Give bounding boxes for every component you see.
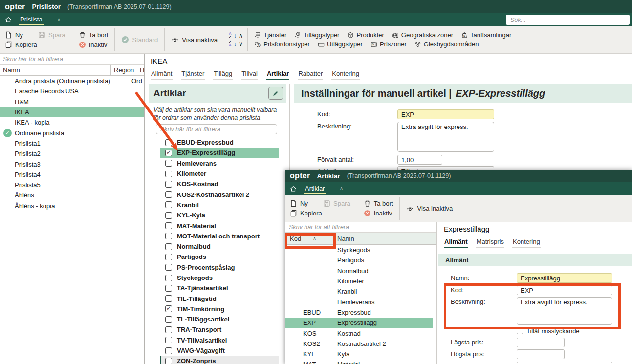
- article-checkbox-row[interactable]: TIM-Timkörning: [160, 304, 279, 314]
- checkbox-icon[interactable]: [165, 139, 172, 146]
- column-header-namn[interactable]: Namn: [0, 66, 110, 74]
- show-inactive-button[interactable]: Visa inaktiva: [170, 35, 218, 44]
- link-glesbygdsomraden[interactable]: Glesbygdsområden: [414, 41, 479, 48]
- kod-input[interactable]: [517, 285, 612, 295]
- beskrivning-textarea[interactable]: Extra avgift för express.: [517, 297, 612, 325]
- pricelist-row[interactable]: H&M: [0, 97, 144, 107]
- checkbox-icon[interactable]: [165, 295, 172, 302]
- article-checkbox-row[interactable]: TRA-Transport: [160, 324, 279, 335]
- article-checkbox-row[interactable]: KOS-Kostnad: [160, 179, 279, 189]
- new-button[interactable]: Ny: [289, 199, 320, 208]
- article-row[interactable]: MATMaterial: [285, 359, 436, 364]
- article-checkbox-row[interactable]: Kranbil: [160, 200, 279, 210]
- standard-button[interactable]: Standard: [120, 35, 159, 44]
- article-row[interactable]: Styckegods: [285, 245, 436, 255]
- pricelist-row[interactable]: Åhléns: [0, 190, 144, 200]
- kod-input[interactable]: [397, 109, 494, 119]
- link-tjanster[interactable]: Tjänster: [254, 31, 286, 39]
- article-row[interactable]: Partigods: [285, 255, 436, 265]
- tab-tjanster[interactable]: Tjänster: [181, 70, 205, 80]
- article-checkbox-row[interactable]: Normalbud: [160, 241, 279, 252]
- sort-asc-icon[interactable]: AZ↓∧: [229, 32, 243, 39]
- sort-desc-icon[interactable]: ZA↓∨: [229, 40, 243, 47]
- article-row-selected[interactable]: EXPExpresstillägg: [285, 318, 433, 328]
- new-button[interactable]: Ny: [4, 31, 35, 39]
- tab-artiklar[interactable]: Artiklar: [266, 70, 290, 80]
- tab-matrispris[interactable]: Matrispris: [476, 238, 504, 248]
- checkbox-icon[interactable]: [165, 337, 172, 343]
- checkbox-icon[interactable]: [165, 254, 172, 260]
- edit-button[interactable]: [268, 87, 283, 100]
- pricelist-row[interactable]: ✓Ordinarie prislista: [0, 128, 144, 138]
- pricelist-filter-input[interactable]: [3, 56, 144, 63]
- article-checkbox-row[interactable]: Partigods: [160, 252, 279, 262]
- pricelist-row[interactable]: Earache Records USA: [0, 86, 144, 96]
- checkbox-icon[interactable]: [165, 160, 172, 167]
- lagsta-pris-input[interactable]: [517, 338, 565, 347]
- article-row[interactable]: KOSKostnad: [285, 328, 436, 338]
- article-row[interactable]: KOS2Kostnadsartikel 2: [285, 339, 436, 349]
- search-input[interactable]: [506, 15, 630, 25]
- checkbox-icon[interactable]: [165, 358, 172, 364]
- article-checkbox-row[interactable]: EBUD-Expressbud: [160, 137, 279, 148]
- article-checkbox-row[interactable]: PS-Procentspåslag: [160, 262, 279, 273]
- pricelist-row[interactable]: IKEA - kopia: [0, 117, 144, 128]
- checkbox-icon[interactable]: [165, 233, 172, 239]
- pricelist-row[interactable]: Prislista2: [0, 149, 144, 159]
- article-row[interactable]: KYLKyla: [285, 349, 436, 359]
- delete-button[interactable]: Ta bort: [363, 199, 394, 208]
- pricelist-row-selected[interactable]: IKEA: [0, 107, 144, 117]
- copy-button[interactable]: Kopiera: [4, 41, 35, 49]
- article-checkbox-row[interactable]: KOS2-Kostnadsartikel 2: [160, 189, 279, 199]
- pricelist-row[interactable]: Prislista4: [0, 170, 144, 180]
- pricelist-row[interactable]: Prislista1: [0, 138, 144, 149]
- link-tariffsamlingar[interactable]: $Tariffsamlingar: [461, 31, 511, 39]
- article-checkbox-row[interactable]: TA-Tjänsteartikel: [160, 283, 279, 293]
- hogsta-pris-input[interactable]: [517, 349, 565, 359]
- article-checkbox-row[interactable]: Kilometer: [160, 169, 279, 179]
- column-header-namn[interactable]: Namn: [335, 233, 396, 244]
- article-checkbox-row-selected[interactable]: EXP-Expresstillägg: [160, 148, 279, 158]
- pricelist-row[interactable]: Prislista3: [0, 159, 144, 169]
- checkbox-icon[interactable]: [165, 326, 172, 333]
- article-row[interactable]: Normalbud: [285, 266, 436, 276]
- tab-tillagg[interactable]: Tillägg: [213, 70, 233, 80]
- save-button[interactable]: Spara: [37, 31, 66, 39]
- checkbox-icon[interactable]: [165, 150, 172, 156]
- collapse-chevron-icon[interactable]: ∧: [339, 185, 343, 192]
- beskrivning-textarea[interactable]: Extra avgift för express.: [397, 122, 494, 152]
- forvalt-antal-input[interactable]: [397, 155, 442, 165]
- link-priszoner[interactable]: $Priszoner: [370, 41, 407, 48]
- tab-kontering[interactable]: Kontering: [331, 70, 360, 80]
- article-row[interactable]: Kilometer: [285, 276, 436, 286]
- delete-button[interactable]: Ta bort: [78, 31, 109, 39]
- link-produkter[interactable]: Produkter: [347, 31, 384, 39]
- namn-input[interactable]: [517, 273, 612, 283]
- link-geografiska-zoner[interactable]: Geografiska zoner: [392, 31, 453, 39]
- column-header-huvud[interactable]: Huvu: [138, 66, 144, 74]
- checkbox-icon[interactable]: [165, 191, 172, 198]
- home-icon[interactable]: [4, 16, 12, 23]
- link-utlaggstyper[interactable]: Utläggstyper: [318, 41, 363, 48]
- checkbox-icon[interactable]: [165, 275, 172, 281]
- article-checkbox-row[interactable]: TIL-Tillägstid: [160, 293, 279, 303]
- collapse-chevron-icon[interactable]: ∧: [57, 17, 61, 23]
- nav-tab-artiklar[interactable]: Artiklar: [304, 183, 326, 194]
- article-checkbox-row[interactable]: VAVG-Vägavgift: [160, 345, 279, 356]
- article-checkbox-row[interactable]: Styckegods: [160, 273, 279, 283]
- checkbox-icon[interactable]: [165, 264, 172, 271]
- article-checkbox-row[interactable]: MAT-Material: [160, 220, 279, 231]
- checkbox-icon[interactable]: [165, 316, 172, 323]
- pricelist-row[interactable]: Andra prislista (Ordinarie prislista)Ord: [0, 76, 144, 86]
- show-inactive-button[interactable]: Visa inaktiva: [405, 204, 454, 213]
- tab-allmant[interactable]: Allmänt: [151, 70, 173, 80]
- article-checkbox-row[interactable]: TV-Tillvalsartikel: [160, 335, 279, 345]
- checkbox-icon[interactable]: [165, 285, 172, 292]
- inactive-button[interactable]: Inaktiv: [78, 41, 109, 49]
- nav-tab-prislista[interactable]: Prislista: [19, 14, 44, 25]
- article-row[interactable]: Kranbil: [285, 286, 436, 297]
- checkbox-icon[interactable]: [165, 181, 172, 188]
- article-checkbox-row-focused[interactable]: ZON-Zonpris: [160, 356, 279, 364]
- tab-allmant[interactable]: Allmänt: [444, 238, 468, 248]
- pricelist-row[interactable]: Prislista5: [0, 180, 144, 190]
